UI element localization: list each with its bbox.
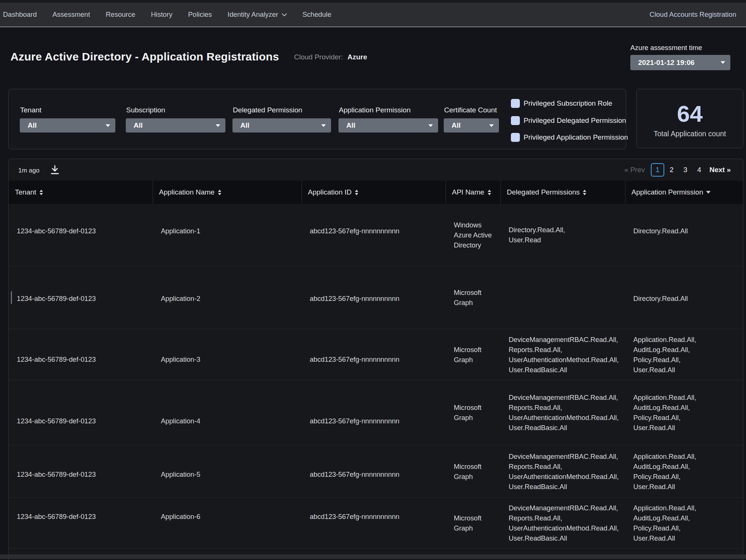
- checkbox-row-privileged-delegated-permission: Privileged Delegated Permission: [511, 116, 626, 125]
- total-count-caption: Total Application count: [637, 130, 743, 138]
- cell-app-name: Application-1: [153, 204, 302, 266]
- nav-item-dashboard[interactable]: Dashboard: [3, 10, 37, 19]
- cell-app-permission: Directory.Read.All: [625, 204, 743, 266]
- cell-delegated: DeviceManagementRBAC.Read.All, Reports.R…: [500, 329, 625, 380]
- filter-label: Subscription: [126, 106, 165, 114]
- sort-icon: [39, 190, 43, 195]
- cell-api-name: Microsoft Graph: [446, 498, 500, 548]
- column-header-label: Delegated Permissions: [507, 188, 580, 196]
- cell-tenant: 1234-abc-56789-def-0123: [9, 498, 153, 548]
- cell-text: abcd123-567efg-nnnnnnnnnn: [310, 469, 399, 479]
- cell-app-permission: Application.Read.All, AuditLog.Read.All,…: [625, 380, 743, 445]
- table-row-application-4: 1234-abc-56789-def-0123Application-4abcd…: [9, 380, 743, 445]
- filter-label: Application Permission: [339, 106, 411, 114]
- pagination-page-3[interactable]: 3: [678, 166, 692, 174]
- pagination-next[interactable]: Next »: [709, 166, 731, 174]
- cell-text: Microsoft Graph: [454, 402, 481, 423]
- cell-text: DeviceManagementRBAC.Read.All, Reports.R…: [509, 392, 619, 433]
- cell-text: Application-3: [161, 354, 200, 364]
- nav-item-identity-analyzer[interactable]: Identity Analyzer: [228, 10, 287, 19]
- nav-item-schedule[interactable]: Schedule: [303, 10, 331, 19]
- checkbox[interactable]: [511, 99, 520, 108]
- table-row-application-5: 1234-abc-56789-def-0123Application-5abcd…: [9, 445, 743, 498]
- cell-text: 1234-abc-56789-def-0123: [17, 511, 96, 522]
- filter-select-certificate-count[interactable]: All: [444, 118, 499, 133]
- filter-select-tenant[interactable]: All: [20, 118, 115, 133]
- nav-item-resource[interactable]: Resource: [106, 10, 135, 19]
- cell-app-id: abcd123-567efg-nnnnnnnnnn: [302, 380, 446, 445]
- cell-tenant: 1234-abc-56789-def-0123: [9, 204, 153, 266]
- nav-item-history[interactable]: History: [151, 10, 172, 19]
- filter-select-application-permission[interactable]: All: [338, 118, 438, 133]
- cell-app-name: Application-3: [153, 329, 302, 380]
- cell-api-name: Microsoft Graph: [446, 380, 500, 445]
- column-header-label: Application Name: [159, 188, 215, 196]
- sort-icon: [355, 190, 359, 195]
- cell-text: Directory.Read.All: [633, 226, 688, 236]
- column-header-label: Application ID: [308, 188, 352, 196]
- cell-delegated: DeviceManagementRBAC.Read.All, Reports.R…: [500, 445, 625, 497]
- column-header-application-name[interactable]: Application Name: [153, 181, 302, 204]
- column-header-delegated-permissions[interactable]: Delegated Permissions: [500, 181, 625, 204]
- cell-text: Application-4: [161, 416, 200, 426]
- table-body: 1234-abc-56789-def-0123Application-1abcd…: [9, 204, 743, 548]
- cell-text: Application.Read.All, AuditLog.Read.All,…: [633, 392, 696, 433]
- nav-item-assessment[interactable]: Assessment: [53, 10, 90, 19]
- filter-select-value: All: [240, 121, 249, 130]
- cell-app-id: abcd123-567efg-nnnnnnnnnn: [302, 498, 446, 548]
- cell-app-permission: Directory.Read.All: [625, 266, 743, 329]
- pagination-page-4[interactable]: 4: [692, 166, 706, 174]
- checkbox-row-privileged-subscription-role: Privileged Subscription Role: [511, 99, 612, 108]
- table-row-application-1: 1234-abc-56789-def-0123Application-1abcd…: [9, 204, 743, 266]
- checkbox-label: Privileged Subscription Role: [524, 99, 612, 108]
- checkbox[interactable]: [511, 133, 520, 142]
- window-top-strip: [0, 0, 746, 3]
- column-header-tenant[interactable]: Tenant: [9, 181, 153, 204]
- cell-delegated: DeviceManagementRBAC.Read.All, Reports.R…: [500, 498, 625, 548]
- filter-group-tenant: TenantAll: [20, 118, 115, 133]
- column-header-api-name[interactable]: API Name: [446, 181, 500, 204]
- filter-select-subscription[interactable]: All: [126, 118, 225, 133]
- pagination-prev[interactable]: « Prev: [624, 166, 645, 174]
- checkbox[interactable]: [511, 116, 520, 125]
- download-icon[interactable]: [50, 165, 60, 177]
- column-header-application-id[interactable]: Application ID: [302, 181, 446, 204]
- nav-link-cloud-accounts-registration[interactable]: Cloud Accounts Registration: [650, 10, 736, 19]
- column-header-application-permission[interactable]: Application Permission: [625, 181, 743, 204]
- cell-text: Directory.Read.All, User.Read: [509, 225, 565, 245]
- pagination-page-2[interactable]: 2: [665, 166, 678, 174]
- pagination-page-1[interactable]: 1: [651, 163, 664, 177]
- cloud-provider-label: Cloud Provider:: [294, 53, 343, 61]
- filter-select-value: All: [452, 121, 461, 130]
- sort-icon: [487, 190, 491, 195]
- cell-tenant: 1234-abc-56789-def-0123: [9, 329, 153, 380]
- cell-text: Application.Read.All, AuditLog.Read.All,…: [633, 451, 696, 492]
- table-toolbar: 1m ago « Prev1234Next »: [9, 159, 743, 181]
- filter-group-subscription: SubscriptionAll: [126, 118, 225, 133]
- cell-text: Application-1: [161, 226, 200, 236]
- filter-label: Tenant: [20, 106, 41, 114]
- cell-tenant: 1234-abc-56789-def-0123: [9, 380, 153, 445]
- table-row-application-6: 1234-abc-56789-def-0123Application-6abcd…: [9, 498, 743, 548]
- column-header-label: Application Permission: [631, 188, 703, 196]
- filter-label: Certificate Count: [444, 106, 497, 114]
- cell-text: 1234-abc-56789-def-0123: [17, 416, 96, 426]
- cell-app-permission: Application.Read.All, AuditLog.Read.All,…: [625, 498, 743, 548]
- horizontal-scrollbar[interactable]: [0, 554, 746, 559]
- caret-down-icon: [216, 124, 220, 127]
- filter-select-delegated-permission[interactable]: All: [232, 118, 331, 133]
- caret-down-icon: [721, 61, 725, 64]
- nav-item-policies[interactable]: Policies: [188, 10, 212, 19]
- assessment-time-select[interactable]: 2021-01-12 19:06: [630, 55, 730, 70]
- checkbox-label: Privileged Delegated Permission: [524, 116, 626, 125]
- cloud-provider: Cloud Provider:Azure: [294, 53, 367, 61]
- cell-text: Application-6: [161, 511, 200, 522]
- applications-table-panel: 1m ago « Prev1234Next » TenantApplicatio…: [8, 159, 743, 560]
- page-body: Azure Active Directory - Application Reg…: [0, 0, 746, 560]
- cell-app-permission: Application.Read.All, AuditLog.Read.All,…: [625, 329, 743, 380]
- caret-down-icon: [428, 124, 433, 127]
- cell-text: Application-5: [161, 469, 200, 479]
- cell-text: Application-2: [161, 293, 200, 304]
- cell-tenant: 1234-abc-56789-def-0123: [9, 445, 153, 497]
- table-row-application-2: 1234-abc-56789-def-0123Application-2abcd…: [9, 266, 743, 329]
